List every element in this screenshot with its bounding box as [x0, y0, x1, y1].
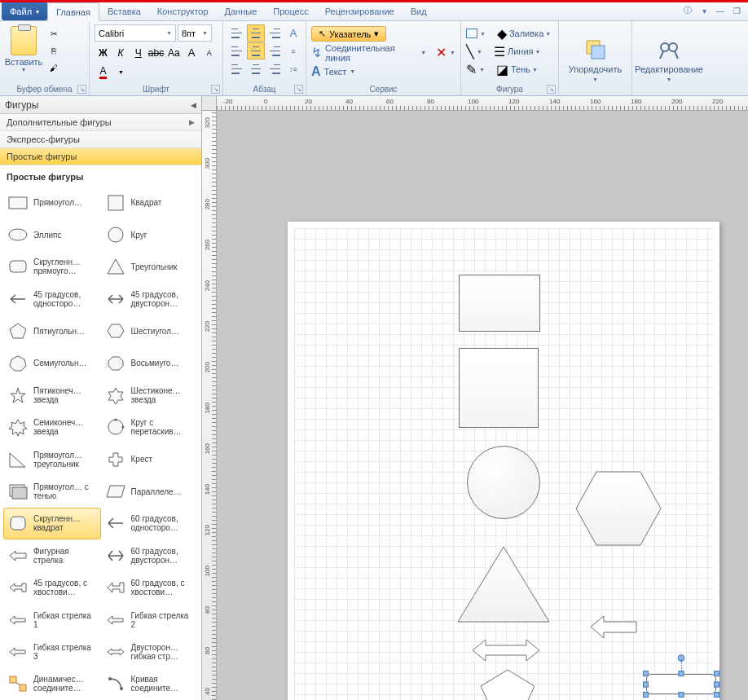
font-size-select[interactable]: 8пт▼ [178, 24, 212, 42]
align-top-center[interactable] [247, 24, 265, 42]
shape-stencil-31[interactable]: Кривая соедините… [101, 668, 199, 700]
shape-dialog[interactable]: ↘ [547, 85, 556, 94]
shape-stencil-14[interactable]: Семиконеч… звезда [3, 412, 101, 443]
align-top-right[interactable] [266, 24, 284, 42]
shape-stencil-30[interactable]: Динамичес… соедините… [3, 668, 101, 700]
tab-4[interactable]: Процесс [265, 2, 316, 20]
paragraph-dialog[interactable]: ↘ [294, 85, 303, 94]
grow-font-button[interactable]: A [183, 44, 200, 61]
shape-triangle[interactable] [455, 544, 552, 625]
shape-stencil-24[interactable]: 45 градусов, с хвостови… [3, 572, 101, 604]
align-mid-right[interactable] [266, 42, 284, 59]
drawing-page[interactable] [288, 222, 719, 700]
tab-6[interactable]: Вид [403, 2, 435, 20]
pointer-tool[interactable]: ↖ Указатель ▾ [311, 26, 386, 42]
align-mid-center[interactable] [247, 42, 265, 59]
shape-stencil-5[interactable]: Треугольник [101, 251, 199, 283]
tab-3[interactable]: Данные [217, 2, 266, 20]
shape-pentagon[interactable] [479, 668, 536, 700]
italic-button[interactable]: К [112, 44, 130, 61]
strike-button[interactable]: abc [147, 44, 165, 61]
shape-stencil-8[interactable]: Пятиугольн… [3, 315, 101, 347]
panel-simple[interactable]: Простые фигуры [0, 148, 201, 165]
shape-hexagon[interactable] [574, 470, 662, 547]
font-name-select[interactable]: Calibri▼ [95, 24, 176, 42]
shape-stencil-2[interactable]: Эллипс [3, 218, 101, 250]
shape-square[interactable] [459, 348, 539, 428]
minimize-ribbon-icon[interactable]: ▾ [697, 4, 711, 17]
shape-stencil-6[interactable]: 45 градусов, односторо… [3, 283, 101, 315]
shape-stencil-27[interactable]: Гибкая стрелка 2 [101, 604, 199, 636]
shape-left-arrow[interactable] [589, 613, 638, 641]
shape-stencil-19[interactable]: Параллеле… [101, 475, 199, 507]
shape-stencil-3[interactable]: Круг [101, 218, 199, 250]
shape-stencil-7[interactable]: 45 градусов, двусторон… [101, 283, 199, 315]
shape-stencil-20[interactable]: Скругленн… квадрат [3, 508, 101, 539]
shape-stencil-18[interactable]: Прямоугол… с тенью [3, 475, 101, 507]
tab-2[interactable]: Конструктор [149, 2, 217, 20]
line-tool-icon[interactable]: ╲ [466, 44, 474, 59]
min-icon[interactable]: — [714, 4, 727, 17]
freeform-icon[interactable]: ✎ [466, 62, 477, 77]
text-direction[interactable]: A [284, 24, 302, 42]
underline-button[interactable]: Ч [130, 44, 147, 61]
shape-stencil-15[interactable]: Круг с перетаскив… [101, 412, 199, 443]
shadow-button[interactable]: Тень ▼ [511, 64, 538, 74]
file-menu[interactable]: Файл [2, 2, 47, 20]
shape-selected-rounded[interactable] [646, 674, 716, 694]
shape-stencil-13[interactable]: Шестиконе… звезда [101, 379, 199, 411]
canvas-area[interactable]: -20020406080100120140160180200220 320300… [202, 96, 748, 700]
cut-button[interactable]: ✂ [46, 26, 62, 41]
shape-stencil-29[interactable]: Двусторон… гибкая стр… [101, 636, 199, 667]
line-spacing[interactable]: ↕≡ [284, 60, 302, 77]
panel-express[interactable]: Экспресс-фигуры [0, 131, 201, 148]
shape-circle[interactable] [467, 446, 540, 519]
line-button[interactable]: Линия ▼ [508, 46, 540, 56]
shape-stencil-0[interactable]: Прямоугол… [3, 187, 101, 218]
bold-button[interactable]: Ж [95, 44, 112, 61]
shape-stencil-1[interactable]: Квадрат [101, 187, 199, 218]
shape-stencil-23[interactable]: 60 градусов, двусторон… [101, 539, 199, 571]
bullets[interactable]: ≡ [284, 42, 302, 59]
shape-stencil-22[interactable]: Фигурная стрелка [3, 539, 101, 571]
shape-stencil-28[interactable]: Гибкая стрелка 3 [3, 636, 101, 667]
case-button[interactable]: Aa [165, 44, 183, 61]
align-bot-center[interactable] [247, 60, 265, 77]
shape-rectangle[interactable] [459, 275, 540, 332]
shape-stencil-16[interactable]: Прямоугол… треугольник [3, 443, 101, 475]
connector-tool[interactable]: Соединительная линия [325, 43, 417, 63]
tab-1[interactable]: Вставка [99, 2, 149, 20]
shape-stencil-11[interactable]: Восьмиуго… [101, 347, 199, 379]
font-color-button[interactable]: A [95, 64, 112, 81]
font-color-drop[interactable]: ▼ [112, 64, 130, 81]
delete-button[interactable]: ✕ [436, 45, 447, 60]
text-tool[interactable]: Текст [324, 67, 347, 77]
collapse-icon[interactable]: ◀ [191, 101, 196, 109]
align-mid-left[interactable] [228, 42, 246, 59]
paste-button[interactable]: Вставить ▼ [5, 24, 42, 80]
shape-stencil-10[interactable]: Семиугольн… [3, 347, 101, 379]
shape-stencil-25[interactable]: 60 градусов, с хвостови… [101, 572, 199, 604]
copy-button[interactable]: ⎘ [46, 43, 62, 58]
clipboard-dialog[interactable]: ↘ [77, 85, 86, 94]
shape-stencil-21[interactable]: 60 градусов, односторо… [101, 508, 199, 539]
format-painter-button[interactable]: 🖌 [46, 60, 62, 75]
shape-stencil-17[interactable]: Крест [101, 443, 199, 475]
panel-more-shapes[interactable]: Дополнительные фигуры▶ [0, 114, 201, 131]
shape-stencil-12[interactable]: Пятиконеч… звезда [3, 379, 101, 411]
shape-stencil-4[interactable]: Скругленн… прямоуго… [3, 251, 101, 283]
tab-0[interactable]: Главная [47, 2, 99, 21]
align-bot-right[interactable] [266, 60, 284, 77]
restore-icon[interactable]: ❐ [730, 4, 743, 17]
arrange-button[interactable]: Упорядочить ▼ [569, 37, 622, 82]
align-bot-left[interactable] [228, 60, 246, 77]
fill-button[interactable]: Заливка ▼ [509, 29, 551, 38]
rect-tool-icon[interactable] [466, 29, 477, 38]
shape-stencil-9[interactable]: Шестиугол… [101, 315, 199, 347]
shape-stencil-26[interactable]: Гибкая стрелка 1 [3, 604, 101, 636]
help-icon[interactable]: ⓘ [681, 4, 694, 17]
align-top-left[interactable] [228, 24, 246, 42]
tab-5[interactable]: Рецензирование [317, 2, 403, 20]
editing-button[interactable]: Редактирование ▼ [635, 37, 703, 82]
shape-double-arrow[interactable] [471, 637, 541, 663]
